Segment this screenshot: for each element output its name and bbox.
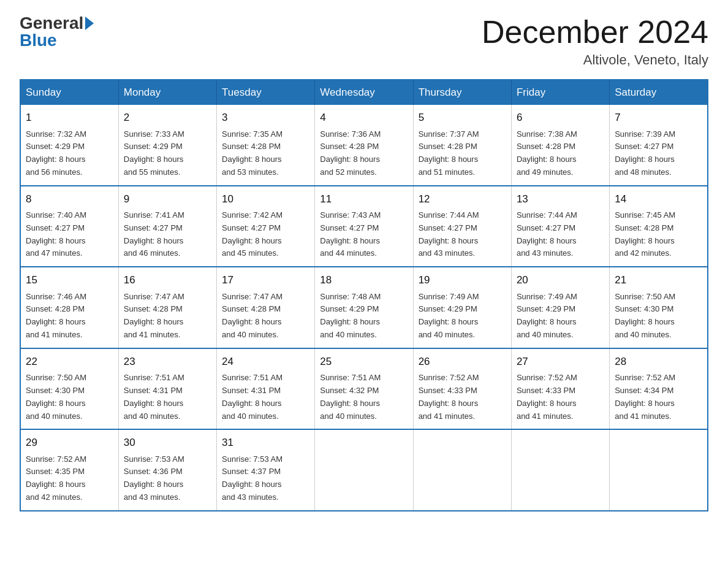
- calendar-cell: [413, 429, 511, 511]
- day-info: Sunrise: 7:50 AMSunset: 4:30 PMDaylight:…: [615, 291, 702, 342]
- day-number: 30: [124, 435, 211, 451]
- calendar-week-row: 1Sunrise: 7:32 AMSunset: 4:29 PMDaylight…: [20, 105, 708, 186]
- day-number: 11: [320, 191, 408, 207]
- calendar-cell: 15Sunrise: 7:46 AMSunset: 4:28 PMDayligh…: [20, 267, 118, 348]
- day-number: 7: [615, 110, 702, 126]
- day-info: Sunrise: 7:45 AMSunset: 4:28 PMDaylight:…: [615, 209, 702, 260]
- day-info: Sunrise: 7:40 AMSunset: 4:27 PMDaylight:…: [26, 209, 113, 260]
- calendar-cell: 9Sunrise: 7:41 AMSunset: 4:27 PMDaylight…: [118, 186, 216, 267]
- day-number: 29: [26, 435, 113, 451]
- day-info: Sunrise: 7:36 AMSunset: 4:28 PMDaylight:…: [320, 128, 408, 179]
- calendar-cell: 30Sunrise: 7:53 AMSunset: 4:36 PMDayligh…: [118, 429, 216, 511]
- day-number: 31: [222, 435, 309, 451]
- day-number: 19: [419, 272, 506, 288]
- day-info: Sunrise: 7:44 AMSunset: 4:27 PMDaylight:…: [419, 209, 506, 260]
- day-info: Sunrise: 7:53 AMSunset: 4:37 PMDaylight:…: [222, 453, 309, 504]
- day-number: 14: [615, 191, 702, 207]
- day-number: 22: [26, 354, 113, 370]
- page-header: General Blue December 2024 Altivole, Ven…: [20, 15, 708, 68]
- calendar-cell: 3Sunrise: 7:35 AMSunset: 4:28 PMDaylight…: [217, 105, 315, 186]
- calendar-cell: [511, 429, 609, 511]
- calendar-cell: 26Sunrise: 7:52 AMSunset: 4:33 PMDayligh…: [413, 348, 511, 430]
- calendar-cell: 29Sunrise: 7:52 AMSunset: 4:35 PMDayligh…: [20, 429, 118, 511]
- header-monday: Monday: [118, 80, 216, 105]
- day-info: Sunrise: 7:52 AMSunset: 4:34 PMDaylight:…: [615, 372, 702, 423]
- day-info: Sunrise: 7:42 AMSunset: 4:27 PMDaylight:…: [222, 209, 309, 260]
- logo-general: General: [20, 15, 83, 32]
- day-number: 20: [517, 272, 604, 288]
- header-sunday: Sunday: [20, 80, 118, 105]
- calendar-cell: 16Sunrise: 7:47 AMSunset: 4:28 PMDayligh…: [118, 267, 216, 348]
- calendar-cell: 2Sunrise: 7:33 AMSunset: 4:29 PMDaylight…: [118, 105, 216, 186]
- calendar-week-row: 15Sunrise: 7:46 AMSunset: 4:28 PMDayligh…: [20, 267, 708, 348]
- calendar-cell: 8Sunrise: 7:40 AMSunset: 4:27 PMDaylight…: [20, 186, 118, 267]
- day-info: Sunrise: 7:51 AMSunset: 4:31 PMDaylight:…: [124, 372, 211, 423]
- calendar-cell: [610, 429, 708, 511]
- day-info: Sunrise: 7:38 AMSunset: 4:28 PMDaylight:…: [517, 128, 604, 179]
- calendar-cell: 23Sunrise: 7:51 AMSunset: 4:31 PMDayligh…: [118, 348, 216, 430]
- day-number: 17: [222, 272, 309, 288]
- day-info: Sunrise: 7:33 AMSunset: 4:29 PMDaylight:…: [124, 128, 211, 179]
- logo: General Blue: [20, 15, 94, 49]
- calendar-cell: 14Sunrise: 7:45 AMSunset: 4:28 PMDayligh…: [610, 186, 708, 267]
- calendar-body: 1Sunrise: 7:32 AMSunset: 4:29 PMDaylight…: [20, 105, 708, 511]
- day-number: 12: [419, 191, 506, 207]
- day-number: 25: [320, 354, 408, 370]
- day-info: Sunrise: 7:37 AMSunset: 4:28 PMDaylight:…: [419, 128, 506, 179]
- day-info: Sunrise: 7:44 AMSunset: 4:27 PMDaylight:…: [517, 209, 604, 260]
- day-number: 18: [320, 272, 408, 288]
- calendar-cell: 22Sunrise: 7:50 AMSunset: 4:30 PMDayligh…: [20, 348, 118, 430]
- logo-arrow-icon: [85, 17, 94, 30]
- header-friday: Friday: [511, 80, 609, 105]
- day-number: 9: [124, 191, 211, 207]
- calendar-cell: 24Sunrise: 7:51 AMSunset: 4:31 PMDayligh…: [217, 348, 315, 430]
- day-info: Sunrise: 7:39 AMSunset: 4:27 PMDaylight:…: [615, 128, 702, 179]
- location: Altivole, Veneto, Italy: [482, 52, 708, 68]
- calendar-week-row: 22Sunrise: 7:50 AMSunset: 4:30 PMDayligh…: [20, 348, 708, 430]
- day-info: Sunrise: 7:46 AMSunset: 4:28 PMDaylight:…: [26, 291, 113, 342]
- day-number: 24: [222, 354, 309, 370]
- day-info: Sunrise: 7:48 AMSunset: 4:29 PMDaylight:…: [320, 291, 408, 342]
- day-info: Sunrise: 7:53 AMSunset: 4:36 PMDaylight:…: [124, 453, 211, 504]
- title-block: December 2024 Altivole, Veneto, Italy: [482, 15, 708, 68]
- calendar-cell: 27Sunrise: 7:52 AMSunset: 4:33 PMDayligh…: [511, 348, 609, 430]
- day-number: 4: [320, 110, 408, 126]
- day-number: 26: [419, 354, 506, 370]
- calendar-cell: 17Sunrise: 7:47 AMSunset: 4:28 PMDayligh…: [217, 267, 315, 348]
- calendar-cell: 25Sunrise: 7:51 AMSunset: 4:32 PMDayligh…: [315, 348, 413, 430]
- day-number: 27: [517, 354, 604, 370]
- day-info: Sunrise: 7:43 AMSunset: 4:27 PMDaylight:…: [320, 209, 408, 260]
- calendar-cell: 10Sunrise: 7:42 AMSunset: 4:27 PMDayligh…: [217, 186, 315, 267]
- day-number: 28: [615, 354, 702, 370]
- day-number: 2: [124, 110, 211, 126]
- day-number: 5: [419, 110, 506, 126]
- header-row: Sunday Monday Tuesday Wednesday Thursday…: [20, 80, 708, 105]
- calendar-cell: 20Sunrise: 7:49 AMSunset: 4:29 PMDayligh…: [511, 267, 609, 348]
- day-info: Sunrise: 7:52 AMSunset: 4:33 PMDaylight:…: [517, 372, 604, 423]
- calendar-cell: 21Sunrise: 7:50 AMSunset: 4:30 PMDayligh…: [610, 267, 708, 348]
- day-number: 16: [124, 272, 211, 288]
- header-thursday: Thursday: [413, 80, 511, 105]
- calendar-week-row: 29Sunrise: 7:52 AMSunset: 4:35 PMDayligh…: [20, 429, 708, 511]
- header-saturday: Saturday: [610, 80, 708, 105]
- day-info: Sunrise: 7:51 AMSunset: 4:31 PMDaylight:…: [222, 372, 309, 423]
- calendar-table: Sunday Monday Tuesday Wednesday Thursday…: [20, 79, 708, 511]
- calendar-cell: 28Sunrise: 7:52 AMSunset: 4:34 PMDayligh…: [610, 348, 708, 430]
- calendar-cell: [315, 429, 413, 511]
- calendar-cell: 1Sunrise: 7:32 AMSunset: 4:29 PMDaylight…: [20, 105, 118, 186]
- day-number: 21: [615, 272, 702, 288]
- day-info: Sunrise: 7:51 AMSunset: 4:32 PMDaylight:…: [320, 372, 408, 423]
- calendar-cell: 6Sunrise: 7:38 AMSunset: 4:28 PMDaylight…: [511, 105, 609, 186]
- day-info: Sunrise: 7:35 AMSunset: 4:28 PMDaylight:…: [222, 128, 309, 179]
- day-info: Sunrise: 7:49 AMSunset: 4:29 PMDaylight:…: [517, 291, 604, 342]
- calendar-cell: 7Sunrise: 7:39 AMSunset: 4:27 PMDaylight…: [610, 105, 708, 186]
- day-info: Sunrise: 7:52 AMSunset: 4:33 PMDaylight:…: [419, 372, 506, 423]
- calendar-week-row: 8Sunrise: 7:40 AMSunset: 4:27 PMDaylight…: [20, 186, 708, 267]
- day-info: Sunrise: 7:32 AMSunset: 4:29 PMDaylight:…: [26, 128, 113, 179]
- calendar-header: Sunday Monday Tuesday Wednesday Thursday…: [20, 80, 708, 105]
- calendar-cell: 19Sunrise: 7:49 AMSunset: 4:29 PMDayligh…: [413, 267, 511, 348]
- calendar-cell: 13Sunrise: 7:44 AMSunset: 4:27 PMDayligh…: [511, 186, 609, 267]
- day-number: 1: [26, 110, 113, 126]
- day-info: Sunrise: 7:41 AMSunset: 4:27 PMDaylight:…: [124, 209, 211, 260]
- day-number: 8: [26, 191, 113, 207]
